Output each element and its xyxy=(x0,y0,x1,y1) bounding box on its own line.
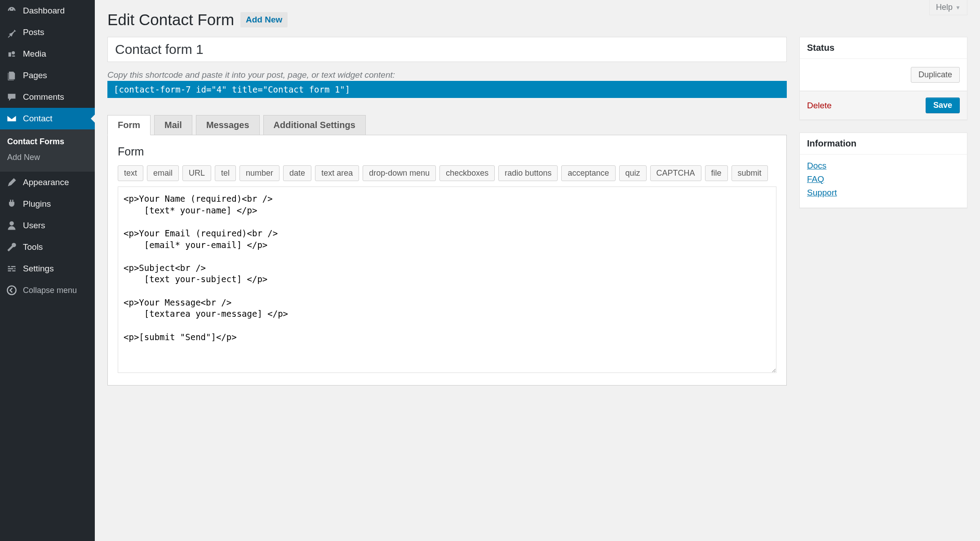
wrench-icon xyxy=(6,241,18,253)
comment-icon xyxy=(6,91,18,103)
editor-tabs: Form Mail Messages Additional Settings xyxy=(107,115,787,135)
delete-link[interactable]: Delete xyxy=(807,101,832,111)
sidebar-sub-add-new[interactable]: Add New xyxy=(0,150,95,165)
brush-icon xyxy=(6,177,18,188)
save-button[interactable]: Save xyxy=(926,98,960,113)
sidebar-item-label: Settings xyxy=(23,264,54,274)
page-title-text: Edit Contact Form xyxy=(107,11,234,29)
status-heading: Status xyxy=(800,37,967,59)
tag-captcha[interactable]: CAPTCHA xyxy=(650,165,701,181)
user-icon xyxy=(6,220,18,231)
sidebar-item-label: Tools xyxy=(23,242,43,252)
page-title: Edit Contact Form Add New xyxy=(107,11,288,29)
tag-tel[interactable]: tel xyxy=(215,165,236,181)
duplicate-button[interactable]: Duplicate xyxy=(911,67,960,83)
sidebar-item-users[interactable]: Users xyxy=(0,215,95,236)
support-link[interactable]: Support xyxy=(807,188,960,198)
sidebar-item-label: Media xyxy=(23,49,46,59)
tag-quiz[interactable]: quiz xyxy=(619,165,647,181)
information-metabox: Information Docs FAQ Support xyxy=(799,133,967,208)
sidebar-item-label: Posts xyxy=(23,27,44,37)
faq-link[interactable]: FAQ xyxy=(807,174,960,184)
tag-file[interactable]: file xyxy=(705,165,728,181)
tag-dropdown[interactable]: drop-down menu xyxy=(363,165,436,181)
help-tab[interactable]: Help ▼ xyxy=(929,0,967,15)
sidebar-item-settings[interactable]: Settings xyxy=(0,258,95,279)
tag-generator-buttons: text email URL tel number date text area… xyxy=(118,165,776,181)
sliders-icon xyxy=(6,263,18,275)
tab-additional-settings[interactable]: Additional Settings xyxy=(263,115,366,135)
tab-mail[interactable]: Mail xyxy=(154,115,192,135)
tag-textarea[interactable]: text area xyxy=(315,165,359,181)
media-icon xyxy=(6,48,18,60)
tag-checkboxes[interactable]: checkboxes xyxy=(439,165,495,181)
add-new-button[interactable]: Add New xyxy=(240,12,288,27)
help-label: Help xyxy=(936,3,953,12)
sidebar-item-label: Appearance xyxy=(23,177,69,187)
information-heading: Information xyxy=(800,133,967,155)
main-content: Help ▼ Edit Contact Form Add New Copy th… xyxy=(95,0,980,541)
shortcode-hint: Copy this shortcode and paste it into yo… xyxy=(107,70,787,80)
tag-radio[interactable]: radio buttons xyxy=(498,165,558,181)
tag-number[interactable]: number xyxy=(239,165,279,181)
sidebar-item-label: Pages xyxy=(23,71,47,80)
sidebar-item-media[interactable]: Media xyxy=(0,43,95,65)
tab-messages[interactable]: Messages xyxy=(196,115,260,135)
admin-sidebar: Dashboard Posts Media Pages Comments Con… xyxy=(0,0,95,541)
collapse-menu[interactable]: Collapse menu xyxy=(0,279,95,301)
tab-form[interactable]: Form xyxy=(107,115,151,135)
tag-acceptance[interactable]: acceptance xyxy=(561,165,615,181)
dashboard-icon xyxy=(6,5,18,17)
tag-text[interactable]: text xyxy=(118,165,143,181)
sidebar-item-tools[interactable]: Tools xyxy=(0,236,95,258)
status-metabox: Status Duplicate Delete Save xyxy=(799,37,967,120)
docs-link[interactable]: Docs xyxy=(807,161,960,171)
plug-icon xyxy=(6,198,18,210)
sidebar-item-plugins[interactable]: Plugins xyxy=(0,193,95,215)
sidebar-item-appearance[interactable]: Appearance xyxy=(0,172,95,193)
sidebar-item-label: Dashboard xyxy=(23,6,65,16)
collapse-icon xyxy=(6,284,18,296)
tag-url[interactable]: URL xyxy=(182,165,211,181)
sidebar-item-label: Contact xyxy=(23,114,52,124)
sidebar-submenu: Contact Forms Add New xyxy=(0,129,95,172)
sidebar-sub-contact-forms[interactable]: Contact Forms xyxy=(0,134,95,150)
tag-submit[interactable]: submit xyxy=(732,165,768,181)
form-panel: Form text email URL tel number date text… xyxy=(107,135,787,386)
sidebar-item-label: Users xyxy=(23,221,45,231)
collapse-label: Collapse menu xyxy=(23,286,77,295)
sidebar-item-label: Plugins xyxy=(23,199,51,209)
sidebar-item-posts[interactable]: Posts xyxy=(0,22,95,43)
form-title-input[interactable] xyxy=(107,37,787,62)
chevron-down-icon: ▼ xyxy=(955,4,961,11)
sidebar-item-dashboard[interactable]: Dashboard xyxy=(0,0,95,22)
pin-icon xyxy=(6,27,18,38)
panel-heading: Form xyxy=(118,145,776,158)
tag-email[interactable]: email xyxy=(147,165,179,181)
sidebar-item-pages[interactable]: Pages xyxy=(0,65,95,86)
sidebar-item-comments[interactable]: Comments xyxy=(0,86,95,108)
svg-point-0 xyxy=(7,286,16,294)
sidebar-item-contact[interactable]: Contact xyxy=(0,108,95,129)
form-content-textarea[interactable] xyxy=(118,186,776,373)
tag-date[interactable]: date xyxy=(283,165,311,181)
shortcode-box[interactable]: [contact-form-7 id="4" title="Contact fo… xyxy=(107,81,787,98)
envelope-icon xyxy=(6,113,18,124)
pages-icon xyxy=(6,70,18,81)
sidebar-item-label: Comments xyxy=(23,92,64,102)
